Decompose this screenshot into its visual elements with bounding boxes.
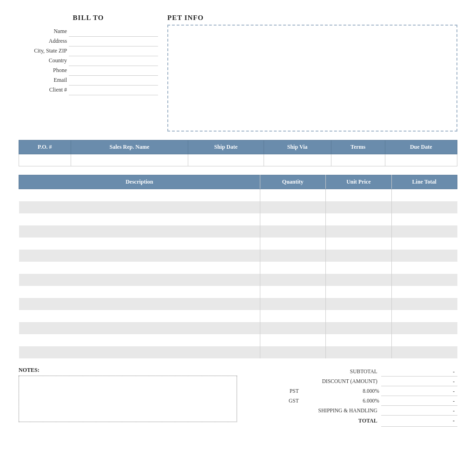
line-item-cell[interactable] bbox=[391, 201, 457, 213]
line-item-cell[interactable] bbox=[260, 189, 325, 201]
total-row: TOTAL - bbox=[246, 415, 457, 426]
line-item-cell[interactable] bbox=[260, 298, 325, 310]
po-cell[interactable] bbox=[264, 154, 331, 166]
line-item-cell[interactable] bbox=[260, 322, 325, 334]
po-cell[interactable] bbox=[71, 154, 188, 166]
line-item-cell[interactable] bbox=[326, 298, 391, 310]
subtotal-value: - bbox=[381, 367, 457, 377]
line-item-cell[interactable] bbox=[260, 262, 325, 274]
line-item-cell[interactable] bbox=[391, 262, 457, 274]
line-item-cell[interactable] bbox=[19, 286, 260, 298]
bill-to-table: Name Address City, State ZIP Country Pho… bbox=[19, 26, 158, 95]
line-item-cell[interactable] bbox=[326, 286, 391, 298]
line-item-cell[interactable] bbox=[326, 213, 391, 225]
line-item-cell[interactable] bbox=[326, 274, 391, 286]
shipping-value: - bbox=[381, 405, 457, 415]
line-item-row bbox=[19, 334, 457, 346]
line-item-cell[interactable] bbox=[260, 346, 325, 358]
line-item-row bbox=[19, 262, 457, 274]
line-item-cell[interactable] bbox=[260, 334, 325, 346]
bill-to-row: Country bbox=[19, 56, 158, 66]
line-item-cell[interactable] bbox=[326, 189, 391, 201]
line-item-cell[interactable] bbox=[19, 262, 260, 274]
line-item-row bbox=[19, 250, 457, 262]
po-column-header: Terms bbox=[331, 140, 385, 154]
line-item-cell[interactable] bbox=[19, 298, 260, 310]
po-column-header: Ship Date bbox=[188, 140, 264, 154]
line-item-cell[interactable] bbox=[19, 250, 260, 262]
po-cell[interactable] bbox=[188, 154, 264, 166]
line-column-header: Unit Price bbox=[326, 175, 391, 189]
bill-to-row: Phone bbox=[19, 66, 158, 75]
line-item-cell[interactable] bbox=[391, 213, 457, 225]
notes-box[interactable] bbox=[19, 376, 237, 422]
bill-to-field-value[interactable] bbox=[69, 66, 158, 75]
line-item-cell[interactable] bbox=[19, 213, 260, 225]
line-item-cell[interactable] bbox=[260, 225, 325, 238]
line-item-cell[interactable] bbox=[391, 225, 457, 238]
bill-to-field-value[interactable] bbox=[69, 36, 158, 46]
gst-row: GST 6.000% - bbox=[246, 396, 457, 405]
line-item-cell[interactable] bbox=[260, 310, 325, 322]
line-item-cell[interactable] bbox=[260, 274, 325, 286]
line-item-cell[interactable] bbox=[19, 238, 260, 250]
top-section: BILL TO Name Address City, State ZIP Cou… bbox=[19, 14, 457, 132]
line-item-cell[interactable] bbox=[19, 346, 260, 358]
line-item-cell[interactable] bbox=[19, 274, 260, 286]
line-item-cell[interactable] bbox=[19, 310, 260, 322]
line-item-cell[interactable] bbox=[326, 238, 391, 250]
line-item-cell[interactable] bbox=[391, 322, 457, 334]
line-item-cell[interactable] bbox=[391, 250, 457, 262]
bill-to-row: Address bbox=[19, 36, 158, 46]
line-item-cell[interactable] bbox=[326, 250, 391, 262]
totals-section: SUBTOTAL - DISCOUNT (AMOUNT) - PST 8.000… bbox=[246, 367, 457, 427]
line-item-cell[interactable] bbox=[391, 298, 457, 310]
line-item-cell[interactable] bbox=[326, 225, 391, 238]
line-item-cell[interactable] bbox=[19, 334, 260, 346]
line-item-cell[interactable] bbox=[260, 286, 325, 298]
line-item-cell[interactable] bbox=[391, 274, 457, 286]
line-item-cell[interactable] bbox=[391, 334, 457, 346]
gst-label: GST bbox=[246, 396, 303, 405]
line-item-cell[interactable] bbox=[326, 346, 391, 358]
po-cell[interactable] bbox=[385, 154, 457, 166]
bill-to-field-label: City, State ZIP bbox=[19, 46, 69, 56]
line-item-cell[interactable] bbox=[19, 225, 260, 238]
po-cell[interactable] bbox=[331, 154, 385, 166]
bill-to-section: BILL TO Name Address City, State ZIP Cou… bbox=[19, 14, 158, 132]
line-item-cell[interactable] bbox=[19, 189, 260, 201]
line-item-cell[interactable] bbox=[326, 334, 391, 346]
bill-to-field-value[interactable] bbox=[69, 85, 158, 95]
bill-to-field-label: Client # bbox=[19, 85, 69, 95]
line-item-cell[interactable] bbox=[326, 262, 391, 274]
po-cell[interactable] bbox=[19, 154, 71, 166]
line-item-cell[interactable] bbox=[391, 310, 457, 322]
line-item-cell[interactable] bbox=[260, 213, 325, 225]
line-item-cell[interactable] bbox=[260, 201, 325, 213]
line-item-cell[interactable] bbox=[391, 286, 457, 298]
line-item-cell[interactable] bbox=[326, 322, 391, 334]
po-table: P.O. #Sales Rep. NameShip DateShip ViaTe… bbox=[19, 140, 457, 166]
bill-to-field-label: Address bbox=[19, 36, 69, 46]
bill-to-field-value[interactable] bbox=[69, 46, 158, 56]
bill-to-field-value[interactable] bbox=[69, 56, 158, 66]
line-item-cell[interactable] bbox=[391, 238, 457, 250]
pet-info-box[interactable] bbox=[167, 25, 457, 132]
line-items-table: DescriptionQuantityUnit PriceLine Total bbox=[19, 175, 457, 358]
line-item-cell[interactable] bbox=[19, 322, 260, 334]
bill-to-field-value[interactable] bbox=[69, 26, 158, 36]
line-item-cell[interactable] bbox=[260, 238, 325, 250]
line-item-cell[interactable] bbox=[19, 201, 260, 213]
line-item-cell[interactable] bbox=[391, 346, 457, 358]
subtotal-label: SUBTOTAL bbox=[246, 367, 381, 377]
line-item-cell[interactable] bbox=[326, 310, 391, 322]
bill-to-field-value[interactable] bbox=[69, 75, 158, 85]
bill-to-row: Email bbox=[19, 75, 158, 85]
line-item-cell[interactable] bbox=[391, 189, 457, 201]
po-column-header: P.O. # bbox=[19, 140, 71, 154]
line-item-cell[interactable] bbox=[326, 201, 391, 213]
line-column-header: Line Total bbox=[391, 175, 457, 189]
line-item-cell[interactable] bbox=[260, 250, 325, 262]
bottom-section: NOTES: SUBTOTAL - DISCOUNT (AMOUNT) - PS… bbox=[19, 367, 457, 427]
discount-row: DISCOUNT (AMOUNT) - bbox=[246, 376, 457, 386]
